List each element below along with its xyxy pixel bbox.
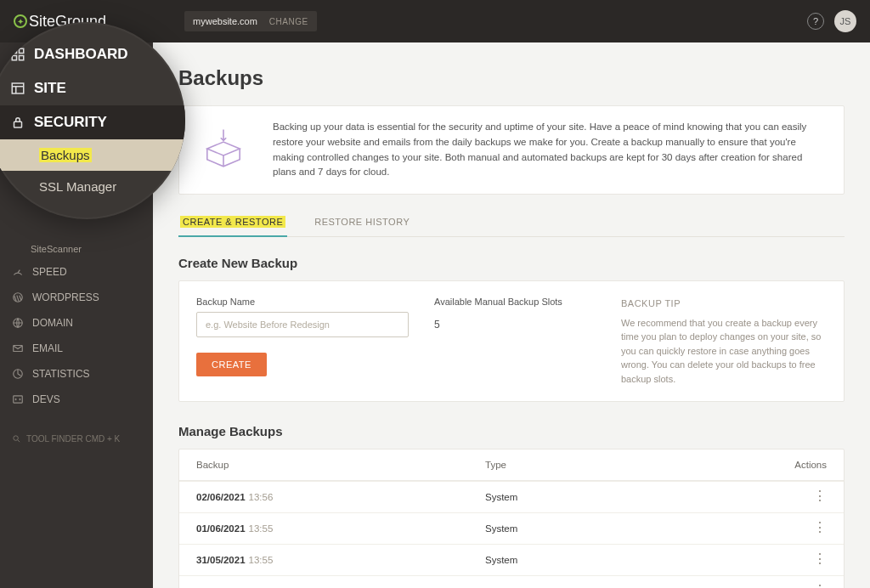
col-type: Type (485, 460, 759, 470)
sidebar-item-domain[interactable]: DOMAIN (0, 310, 153, 336)
chart-icon (12, 368, 24, 380)
table-row: 01/06/202113:55System (179, 512, 844, 544)
layout-icon (8, 79, 27, 98)
main-content: Backups Backing up your data is essentia… (153, 42, 870, 588)
sidebar-item-devs[interactable]: DEVS (0, 387, 153, 412)
sidebar-item-statistics[interactable]: STATISTICS (0, 361, 153, 387)
tabs: CREATE & RESTORE RESTORE HISTORY (178, 210, 845, 237)
intro-card: Backing up your data is essential for th… (178, 105, 845, 195)
create-button[interactable]: CREATE (196, 353, 267, 376)
site-switcher[interactable]: mywebsite.com CHANGE (184, 11, 317, 31)
tip-title: BACKUP TIP (621, 297, 827, 311)
gauge-icon (12, 266, 24, 278)
svg-rect-9 (20, 56, 24, 60)
backup-date: 01/06/2021 (196, 523, 246, 534)
tab-restore-history[interactable]: RESTORE HISTORY (313, 210, 411, 236)
create-section-title: Create New Backup (178, 256, 845, 270)
backup-date: 02/06/2021 (196, 492, 246, 502)
sidebar-item-wordpress[interactable]: WORDPRESS (0, 285, 153, 310)
backups-table: Backup Type Actions 02/06/202113:56Syste… (178, 449, 845, 588)
sidebar-item-site[interactable]: SITE (0, 71, 185, 105)
wordpress-icon (12, 291, 24, 303)
slots-label: Available Manual Backup Slots (434, 297, 596, 307)
svg-rect-8 (12, 56, 16, 60)
backup-type: System (485, 555, 759, 565)
row-actions-menu[interactable] (813, 557, 827, 562)
backup-type: System (485, 523, 759, 534)
sidebar-item-email[interactable]: EMAIL (0, 336, 153, 361)
table-header: Backup Type Actions (179, 449, 844, 481)
backup-time: 13:55 (249, 523, 274, 534)
col-backup: Backup (196, 460, 485, 470)
sidebar-sub-sitescanner[interactable]: SiteScanner (0, 239, 153, 259)
intro-text: Backing up your data is essential for th… (273, 120, 827, 180)
row-actions-menu[interactable] (813, 526, 827, 530)
row-actions-menu[interactable] (813, 495, 827, 499)
backup-date: 31/05/2021 (196, 555, 246, 565)
backup-tip: BACKUP TIP We recommend that you create … (621, 297, 827, 386)
backup-time: 13:55 (249, 555, 274, 565)
sidebar-sub-backups[interactable]: Backups (0, 139, 185, 171)
mail-icon (12, 342, 24, 354)
create-backup-card: Backup Name CREATE Available Manual Back… (178, 280, 845, 402)
code-icon (12, 393, 24, 405)
table-row: 30/05/202113:55System (179, 575, 844, 588)
svg-rect-7 (20, 48, 24, 53)
help-icon[interactable]: ? (807, 13, 824, 30)
tool-finder[interactable]: TOOL FINDER CMD + K (0, 427, 153, 450)
sidebar-item-security[interactable]: SECURITY (0, 105, 185, 139)
backup-name-label: Backup Name (196, 297, 409, 307)
globe-icon (12, 317, 24, 329)
slots-value: 5 (434, 312, 596, 331)
tip-body: We recommend that you create a backup ev… (621, 316, 827, 387)
backup-time: 13:56 (249, 492, 274, 502)
page-title: Backups (178, 66, 845, 90)
backup-type: System (485, 492, 759, 502)
col-actions: Actions (759, 460, 827, 470)
logo-mark-icon: ✦ (14, 14, 27, 28)
table-row: 31/05/202113:55System (179, 544, 844, 575)
tab-create-restore[interactable]: CREATE & RESTORE (178, 210, 287, 237)
user-avatar[interactable]: JS (834, 10, 856, 32)
backup-box-icon (196, 120, 251, 178)
change-site-button[interactable]: CHANGE (269, 17, 308, 26)
manage-section-title: Manage Backups (178, 424, 845, 438)
svg-rect-11 (14, 122, 22, 127)
lock-icon (8, 113, 27, 132)
svg-point-5 (14, 436, 19, 441)
current-site: mywebsite.com (193, 16, 257, 26)
backup-name-input[interactable] (196, 312, 409, 337)
svg-rect-10 (12, 83, 24, 93)
table-row: 02/06/202113:56System (179, 481, 844, 512)
search-icon (12, 434, 21, 444)
sidebar-item-speed[interactable]: SPEED (0, 259, 153, 285)
